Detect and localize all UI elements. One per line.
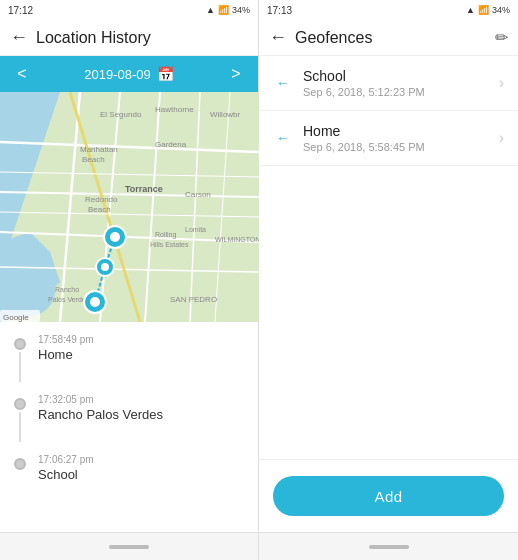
date-display: 2019-08-09 📅 (84, 66, 174, 82)
timeline-dot-container-2 (12, 454, 28, 470)
status-bar-right: 17:13 ▲ 📶 34% (259, 0, 518, 20)
timeline-dot-0 (14, 338, 26, 350)
date-bar: < 2019-08-09 📅 > (0, 56, 258, 92)
timeline-place-1: Rancho Palos Verdes (38, 407, 246, 422)
timeline-time-1: 17:32:05 pm (38, 394, 246, 405)
svg-text:SAN PEDRO: SAN PEDRO (170, 295, 217, 304)
page-title-left: Location History (36, 29, 151, 47)
geofence-enter-icon-1: ← (273, 128, 293, 148)
edit-button[interactable]: ✏ (495, 28, 508, 47)
map-svg: El Segundo Hawthorne Willowbr Manhattan … (0, 92, 259, 322)
svg-text:Beach: Beach (82, 155, 105, 164)
svg-text:Hawthorne: Hawthorne (155, 105, 194, 114)
geofence-info-0: School Sep 6, 2018, 5:12:23 PM (303, 68, 499, 98)
add-button-container: Add (259, 459, 518, 532)
timeline-content-2: 17:06:27 pm School (38, 454, 246, 482)
geofence-info-1: Home Sep 6, 2018, 5:58:45 PM (303, 123, 499, 153)
svg-point-34 (101, 263, 109, 271)
nav-bar-right (259, 532, 518, 560)
svg-text:Rolling: Rolling (155, 231, 177, 239)
status-icons-left: ▲ 📶 34% (206, 5, 250, 15)
timeline-content-0: 17:58:49 pm Home (38, 334, 246, 362)
battery-left: 34% (232, 5, 250, 15)
timeline-list: 17:58:49 pm Home 17:32:05 pm Rancho Palo… (0, 322, 258, 532)
status-icons-right: ▲ 📶 34% (466, 5, 510, 15)
svg-point-36 (90, 297, 100, 307)
date-next-button[interactable]: > (224, 65, 248, 83)
signal-icon-right: 📶 (478, 5, 489, 15)
timeline-dot-1 (14, 398, 26, 410)
nav-indicator-right (369, 545, 409, 549)
battery-right: 34% (492, 5, 510, 15)
nav-indicator-left (109, 545, 149, 549)
geofence-enter-icon-0: ← (273, 73, 293, 93)
geofence-name-1: Home (303, 123, 499, 139)
right-panel: 17:13 ▲ 📶 34% ← Geofences ✏ ← School Sep… (259, 0, 518, 560)
top-bar-right: ← Geofences ✏ (259, 20, 518, 56)
svg-text:Carson: Carson (185, 190, 211, 199)
timeline-place-2: School (38, 467, 246, 482)
map-area: El Segundo Hawthorne Willowbr Manhattan … (0, 92, 259, 322)
time-left: 17:12 (8, 5, 33, 16)
timeline-dot-container-1 (12, 394, 28, 442)
geofence-item-1[interactable]: ← Home Sep 6, 2018, 5:58:45 PM › (259, 111, 518, 166)
left-panel: 17:12 ▲ 📶 34% ← Location History < 2019-… (0, 0, 259, 560)
timeline-line-0 (19, 352, 21, 382)
chevron-right-icon-0: › (499, 74, 504, 92)
calendar-icon[interactable]: 📅 (157, 66, 174, 82)
timeline-dot-container-0 (12, 334, 28, 382)
signal-icon: 📶 (218, 5, 229, 15)
timeline-item-0: 17:58:49 pm Home (0, 328, 258, 388)
chevron-right-icon-1: › (499, 129, 504, 147)
time-right: 17:13 (267, 5, 292, 16)
svg-text:Lomita: Lomita (185, 226, 206, 233)
wifi-icon-right: ▲ (466, 5, 475, 15)
nav-bar-left (0, 532, 258, 560)
timeline-dot-2 (14, 458, 26, 470)
geofence-date-1: Sep 6, 2018, 5:58:45 PM (303, 141, 499, 153)
svg-text:Hills Estates: Hills Estates (150, 241, 189, 248)
timeline-place-0: Home (38, 347, 246, 362)
timeline-time-0: 17:58:49 pm (38, 334, 246, 345)
back-button-right[interactable]: ← (269, 27, 287, 48)
svg-text:Manhattan: Manhattan (80, 145, 118, 154)
timeline-time-2: 17:06:27 pm (38, 454, 246, 465)
status-bar-left: 17:12 ▲ 📶 34% (0, 0, 258, 20)
page-title-right: Geofences (295, 29, 372, 47)
timeline-content-1: 17:32:05 pm Rancho Palos Verdes (38, 394, 246, 422)
svg-text:Gardena: Gardena (155, 140, 187, 149)
svg-text:Google: Google (3, 313, 29, 322)
geofence-item-0[interactable]: ← School Sep 6, 2018, 5:12:23 PM › (259, 56, 518, 111)
date-prev-button[interactable]: < (10, 65, 34, 83)
svg-text:Rancho: Rancho (55, 286, 79, 293)
timeline-item-1: 17:32:05 pm Rancho Palos Verdes (0, 388, 258, 448)
svg-text:Torrance: Torrance (125, 184, 163, 194)
svg-text:Redondo: Redondo (85, 195, 118, 204)
wifi-icon: ▲ (206, 5, 215, 15)
svg-text:Beach: Beach (88, 205, 111, 214)
timeline-item-2: 17:06:27 pm School (0, 448, 258, 488)
svg-point-32 (110, 232, 120, 242)
svg-text:WILMINGTON: WILMINGTON (215, 236, 259, 243)
svg-text:El Segundo: El Segundo (100, 110, 142, 119)
geofence-list: ← School Sep 6, 2018, 5:12:23 PM › ← Hom… (259, 56, 518, 459)
current-date: 2019-08-09 (84, 67, 151, 82)
svg-text:Willowbr: Willowbr (210, 110, 241, 119)
geofence-name-0: School (303, 68, 499, 84)
top-bar-left: ← Location History (0, 20, 258, 56)
back-button-left[interactable]: ← (10, 27, 28, 48)
geofence-date-0: Sep 6, 2018, 5:12:23 PM (303, 86, 499, 98)
add-geofence-button[interactable]: Add (273, 476, 504, 516)
timeline-line-1 (19, 412, 21, 442)
